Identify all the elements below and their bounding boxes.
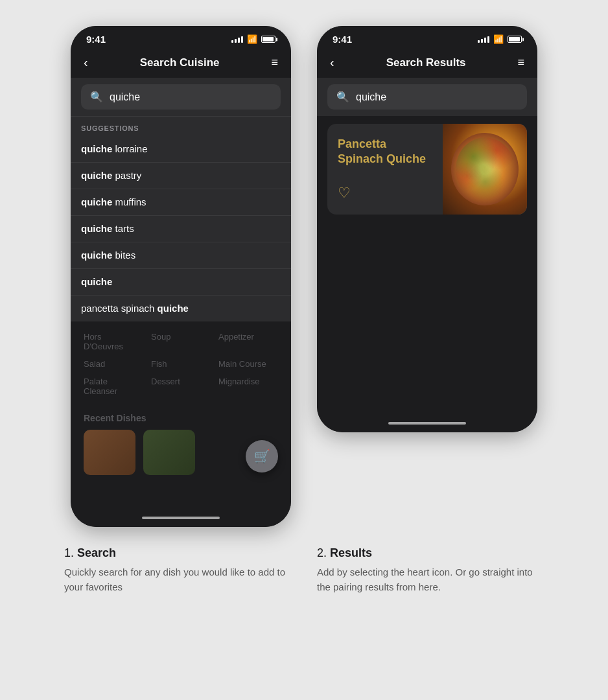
signal-bar-r1 bbox=[478, 40, 480, 43]
cuisine-grid-bg: Hors D'Oeuvres Soup Appetizer Salad Fish… bbox=[71, 321, 291, 406]
status-icons-results: 📶 bbox=[478, 34, 522, 44]
suggestion-rest-4: tarts bbox=[112, 223, 134, 234]
cuisine-soup[interactable]: Soup bbox=[151, 332, 211, 351]
wifi-icon-search: 📶 bbox=[247, 34, 257, 44]
caption-step-number-1: 1. bbox=[64, 546, 77, 559]
caption-step-2: 2. Results bbox=[317, 546, 544, 560]
suggestion-bold-3: quiche bbox=[81, 196, 112, 207]
results-card-content: Pancetta Spinach Quiche ♡ bbox=[327, 124, 443, 215]
results-card[interactable]: Pancetta Spinach Quiche ♡ bbox=[327, 124, 527, 215]
cuisine-mig[interactable]: Mignardise bbox=[218, 377, 278, 396]
signal-bars-results bbox=[478, 36, 489, 43]
suggestion-bold-5: quiche bbox=[81, 250, 112, 261]
suggestion-rest-3: muffins bbox=[112, 196, 146, 207]
signal-bar-3 bbox=[238, 38, 240, 43]
nav-bar-results: ‹ Search Results ≡ bbox=[317, 50, 537, 78]
search-icon-results: 🔍 bbox=[336, 91, 349, 103]
result-card-title: Pancetta Spinach Quiche bbox=[338, 137, 432, 167]
search-icon-search: 🔍 bbox=[90, 91, 103, 103]
recent-dish-2[interactable] bbox=[143, 430, 195, 475]
suggestion-item-7[interactable]: pancetta spinach quiche bbox=[71, 296, 291, 321]
search-bar-search[interactable]: 🔍 quiche bbox=[81, 84, 281, 110]
home-bar-results bbox=[388, 422, 466, 425]
signal-bar-r3 bbox=[484, 38, 486, 43]
suggestions-dropdown: SUGGESTIONS quiche lorraine quiche pastr… bbox=[71, 116, 291, 321]
cuisine-fish[interactable]: Fish bbox=[151, 359, 211, 369]
suggestion-bold-7: quiche bbox=[158, 303, 189, 314]
search-bar-results[interactable]: 🔍 quiche bbox=[327, 84, 527, 110]
back-button-search[interactable]: ‹ bbox=[84, 55, 88, 70]
home-indicator-results bbox=[317, 417, 537, 432]
recent-dish-1[interactable] bbox=[84, 430, 135, 475]
suggestion-prefix-7: pancetta spinach bbox=[81, 303, 158, 314]
cuisine-hors[interactable]: Hors D'Oeuvres bbox=[84, 332, 143, 351]
search-input-search[interactable]: quiche bbox=[110, 91, 140, 103]
quiche-image bbox=[443, 124, 527, 215]
cuisine-palate[interactable]: Palate Cleanser bbox=[84, 377, 143, 396]
battery-icon-search bbox=[261, 36, 275, 43]
wifi-icon-results: 📶 bbox=[493, 34, 504, 44]
cuisine-appetizer[interactable]: Appetizer bbox=[218, 332, 278, 351]
suggestion-bold-2: quiche bbox=[81, 170, 112, 181]
caption-step-bold-2: Results bbox=[330, 546, 372, 559]
signal-bar-2 bbox=[235, 39, 237, 43]
back-button-results[interactable]: ‹ bbox=[330, 55, 334, 70]
menu-button-search[interactable]: ≡ bbox=[271, 56, 278, 69]
result-card-image bbox=[443, 124, 527, 215]
suggestion-item-3[interactable]: quiche muffins bbox=[71, 189, 291, 216]
phone-search: 9:41 📶 ‹ Search Cuisine bbox=[71, 26, 291, 527]
cuisine-salad[interactable]: Salad bbox=[84, 359, 143, 369]
page-wrapper: 9:41 📶 ‹ Search Cuisine bbox=[13, 26, 595, 594]
phone-results: 9:41 📶 ‹ Search Results bbox=[317, 26, 537, 432]
cuisine-grid: Hors D'Oeuvres Soup Appetizer Salad Fish… bbox=[84, 332, 278, 396]
menu-button-results[interactable]: ≡ bbox=[517, 56, 524, 69]
caption-block-2: 2. Results Add by selecting the heart ic… bbox=[317, 546, 544, 594]
nav-bar-search: ‹ Search Cuisine ≡ bbox=[71, 50, 291, 78]
suggestion-bold-6: quiche bbox=[81, 276, 112, 287]
cart-fab[interactable]: 🛒 bbox=[246, 440, 278, 472]
caption-desc-1: Quickly search for any dish you would li… bbox=[64, 565, 291, 594]
results-empty-area bbox=[317, 222, 537, 417]
recent-title: Recent Dishes bbox=[84, 413, 278, 423]
phones-row: 9:41 📶 ‹ Search Cuisine bbox=[71, 26, 537, 527]
status-time-results: 9:41 bbox=[333, 34, 352, 45]
fab-area: 🛒 bbox=[71, 485, 291, 511]
suggestion-item-2[interactable]: quiche pastry bbox=[71, 163, 291, 189]
suggestion-rest-5: bites bbox=[112, 250, 135, 261]
caption-step-bold-1: Search bbox=[77, 546, 116, 559]
suggestion-item-5[interactable]: quiche bites bbox=[71, 242, 291, 269]
suggestion-bold-1: quiche bbox=[81, 143, 112, 154]
battery-fill-search bbox=[263, 37, 274, 41]
status-icons-search: 📶 bbox=[231, 34, 275, 44]
battery-fill-results bbox=[509, 37, 520, 41]
suggestion-item-4[interactable]: quiche tarts bbox=[71, 216, 291, 242]
caption-desc-2: Add by selecting the heart icon. Or go s… bbox=[317, 565, 544, 594]
heart-icon[interactable]: ♡ bbox=[338, 185, 432, 202]
nav-title-results: Search Results bbox=[386, 56, 466, 69]
suggestion-item-6[interactable]: quiche bbox=[71, 269, 291, 296]
home-bar-search bbox=[142, 517, 220, 519]
caption-step-1: 1. Search bbox=[64, 546, 291, 560]
suggestions-label: SUGGESTIONS bbox=[71, 117, 291, 136]
battery-icon-results bbox=[508, 36, 522, 43]
suggestion-item-1[interactable]: quiche lorraine bbox=[71, 136, 291, 163]
status-bar-search: 9:41 📶 bbox=[71, 26, 291, 50]
caption-block-1: 1. Search Quickly search for any dish yo… bbox=[64, 546, 291, 594]
search-bar-container-search: 🔍 quiche bbox=[71, 78, 291, 116]
signal-bar-r4 bbox=[487, 36, 489, 43]
home-indicator-search bbox=[71, 511, 291, 527]
status-time-search: 9:41 bbox=[86, 34, 106, 45]
search-bar-container-results: 🔍 quiche bbox=[317, 78, 537, 116]
suggestion-bold-4: quiche bbox=[81, 223, 112, 234]
signal-bar-1 bbox=[231, 40, 233, 43]
suggestion-rest-1: lorraine bbox=[112, 143, 147, 154]
cuisine-main[interactable]: Main Course bbox=[218, 359, 278, 369]
signal-bar-4 bbox=[241, 36, 243, 43]
caption-step-number-2: 2. bbox=[317, 546, 330, 559]
captions-row: 1. Search Quickly search for any dish yo… bbox=[64, 546, 544, 594]
cuisine-dessert[interactable]: Dessert bbox=[151, 377, 211, 396]
signal-bar-r2 bbox=[481, 39, 483, 43]
signal-bars-search bbox=[231, 36, 243, 43]
suggestion-rest-2: pastry bbox=[112, 170, 141, 181]
search-input-results[interactable]: quiche bbox=[356, 91, 386, 103]
